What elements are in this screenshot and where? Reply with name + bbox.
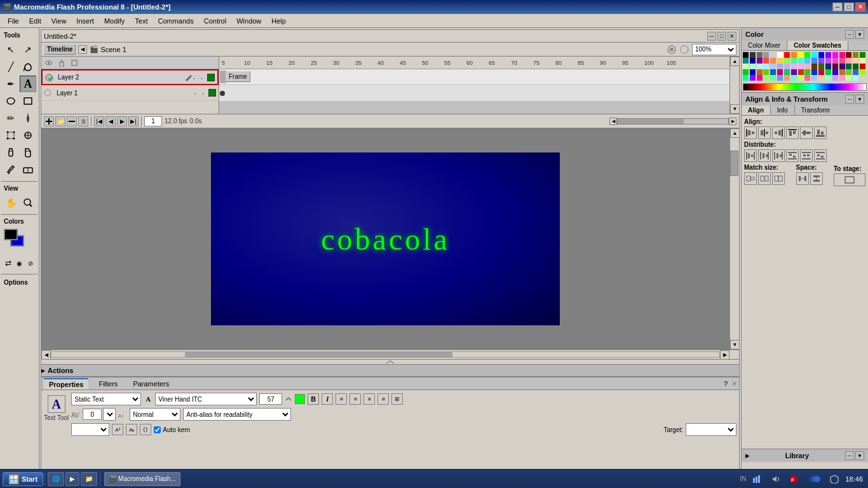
menu-help[interactable]: Help bbox=[266, 16, 291, 26]
edit-format-btn[interactable]: ⟨⟩ bbox=[140, 424, 151, 435]
dist-top-btn[interactable] bbox=[786, 149, 799, 162]
cs-r53[interactable] bbox=[750, 75, 756, 81]
layer-2-eye[interactable]: · bbox=[193, 74, 200, 81]
cs-r13[interactable] bbox=[846, 58, 851, 64]
cs-r55[interactable] bbox=[763, 75, 769, 81]
cs-r57[interactable] bbox=[777, 75, 783, 81]
doc-close[interactable]: ✕ bbox=[728, 32, 736, 41]
props-tab-properties[interactable]: Properties bbox=[44, 378, 88, 390]
library-expand-btn[interactable]: ▼ bbox=[855, 451, 864, 460]
swap-colors-tool[interactable]: ⇄ bbox=[4, 257, 13, 269]
transform-tab[interactable]: Transform bbox=[795, 105, 836, 115]
cs-r62[interactable] bbox=[811, 75, 817, 81]
add-layer-btn[interactable] bbox=[44, 116, 54, 126]
tl-scroll-thumb[interactable] bbox=[617, 118, 729, 125]
cs-r9[interactable] bbox=[818, 58, 824, 64]
canvas-vscroll-thumb[interactable] bbox=[730, 151, 738, 176]
canvas-area[interactable]: cobacola bbox=[41, 128, 729, 349]
cs-r21[interactable] bbox=[777, 64, 783, 69]
cs-r37[interactable] bbox=[763, 69, 769, 75]
cs-r59[interactable] bbox=[791, 75, 797, 81]
props-options-btn[interactable]: ≡ bbox=[733, 380, 736, 387]
menu-view[interactable]: View bbox=[46, 16, 72, 26]
font-size-input[interactable] bbox=[259, 393, 282, 405]
menu-file[interactable]: File bbox=[3, 16, 24, 26]
cs-r66[interactable] bbox=[839, 75, 845, 81]
match-width-btn[interactable] bbox=[744, 172, 757, 185]
cs-r25[interactable] bbox=[804, 64, 810, 69]
tl-scroll-right[interactable]: ▶ bbox=[729, 118, 736, 125]
cs-dark1[interactable] bbox=[750, 52, 756, 58]
cs-r50[interactable] bbox=[853, 69, 858, 75]
subselect-tool[interactable]: ↗ bbox=[20, 41, 36, 58]
align-justify-btn[interactable]: ≡ bbox=[377, 393, 389, 405]
doc-maximize[interactable]: □ bbox=[717, 32, 726, 41]
delete-layer-btn[interactable]: 🗑 bbox=[78, 116, 88, 126]
cs-r16[interactable] bbox=[743, 64, 749, 69]
align-left-btn[interactable]: ≡ bbox=[336, 393, 347, 405]
close-button[interactable]: ✕ bbox=[855, 3, 865, 11]
cs-r23[interactable] bbox=[791, 64, 797, 69]
cs-yellow[interactable] bbox=[798, 52, 804, 58]
cs-violet[interactable] bbox=[825, 52, 831, 58]
onion-skin-btn[interactable] bbox=[667, 44, 677, 55]
cs-r67[interactable] bbox=[846, 75, 851, 81]
paintbucket-tool[interactable] bbox=[20, 144, 36, 161]
font-style-select[interactable]: Normal Bold Italic bbox=[130, 408, 180, 421]
space-v-btn[interactable] bbox=[810, 172, 823, 185]
cs-r51[interactable] bbox=[860, 69, 865, 75]
hand-tool[interactable]: ✋ bbox=[3, 194, 19, 211]
timeline-scroll-down[interactable]: ▼ bbox=[730, 104, 740, 114]
library-panel-header[interactable]: ▶ Library ─ ▼ bbox=[742, 449, 868, 462]
layer-1-lock[interactable]: · bbox=[202, 90, 208, 96]
taskbar-flash-app[interactable]: 🎬 Macromedia Flash... bbox=[104, 472, 180, 486]
color-expand-btn[interactable]: ▼ bbox=[855, 30, 864, 39]
props-tab-parameters[interactable]: Parameters bbox=[128, 378, 174, 389]
cs-red[interactable] bbox=[784, 52, 790, 58]
bold-btn[interactable]: B bbox=[308, 393, 319, 405]
cs-r65[interactable] bbox=[832, 75, 838, 81]
cs-r68[interactable] bbox=[853, 75, 858, 81]
cs-r30[interactable] bbox=[839, 64, 845, 69]
layer-2-lock[interactable]: · bbox=[201, 74, 207, 81]
cs-r18[interactable] bbox=[757, 64, 763, 69]
font-color-swatch[interactable] bbox=[295, 394, 305, 404]
align-expand-btn[interactable]: ▼ bbox=[855, 95, 864, 104]
cs-r40[interactable] bbox=[784, 69, 790, 75]
menu-edit[interactable]: Edit bbox=[24, 16, 46, 26]
line-tool[interactable]: ╱ bbox=[3, 58, 19, 75]
menu-commands[interactable]: Commands bbox=[153, 16, 198, 26]
canvas-scroll-up[interactable]: ▲ bbox=[730, 128, 739, 138]
cs-r7[interactable] bbox=[804, 58, 810, 64]
freetransform-tool[interactable] bbox=[3, 127, 19, 144]
character-embedding-select[interactable] bbox=[71, 423, 109, 436]
default-colors-tool[interactable]: ◉ bbox=[15, 257, 24, 269]
cs-orange[interactable] bbox=[791, 52, 797, 58]
frame-keyframe-1[interactable] bbox=[220, 91, 225, 96]
dist-left-btn[interactable] bbox=[744, 149, 757, 162]
cs-r2[interactable] bbox=[770, 58, 776, 64]
cs-r24[interactable] bbox=[798, 64, 804, 69]
cs-rose[interactable] bbox=[839, 52, 845, 58]
auto-kern-checkbox[interactable] bbox=[154, 426, 161, 433]
add-folder-btn[interactable]: 📁 bbox=[55, 116, 65, 126]
fill-transform-tool[interactable] bbox=[20, 127, 36, 144]
cs-r12[interactable] bbox=[839, 58, 845, 64]
cs-r20[interactable] bbox=[770, 64, 776, 69]
letter-spacing-stepper[interactable] bbox=[103, 408, 116, 421]
pencil-tool[interactable]: ✏ bbox=[3, 110, 19, 126]
align-right-btn[interactable]: ≡ bbox=[363, 393, 375, 405]
target-select[interactable] bbox=[686, 423, 736, 436]
cs-r54[interactable] bbox=[757, 75, 763, 81]
cs-darkblue[interactable] bbox=[750, 58, 756, 64]
inkbottle-tool[interactable] bbox=[3, 144, 19, 161]
align-v-center-btn[interactable] bbox=[800, 126, 813, 139]
zoom-view-tool[interactable] bbox=[20, 194, 36, 211]
start-button[interactable]: 🪟 Start bbox=[3, 472, 43, 486]
cs-white[interactable] bbox=[777, 52, 783, 58]
next-frame-btn[interactable]: ▶| bbox=[128, 116, 139, 126]
to-stage-btn[interactable] bbox=[834, 173, 865, 186]
cs-r49[interactable] bbox=[846, 69, 851, 75]
menu-modify[interactable]: Modify bbox=[99, 16, 130, 26]
library-collapse-btn[interactable]: ─ bbox=[845, 451, 854, 460]
